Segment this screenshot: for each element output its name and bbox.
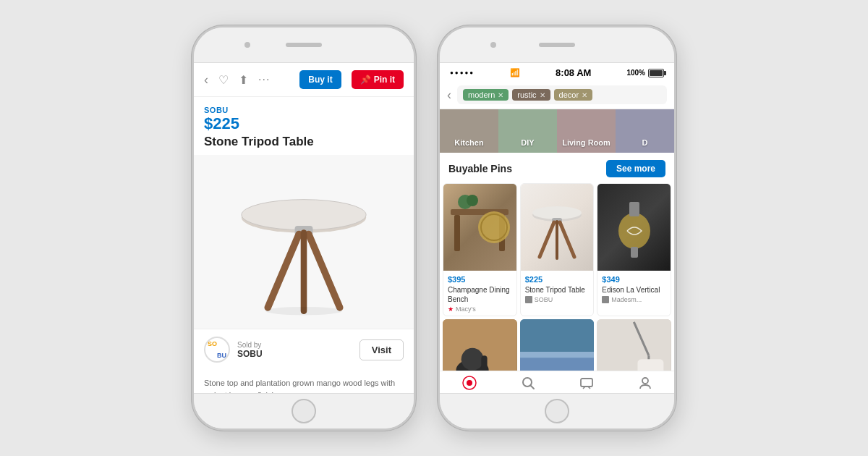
search-back-icon[interactable]: ‹ [447,88,451,103]
seller-name: SOBU [237,349,352,359]
seller-name-2: SOBU [535,296,553,303]
svg-point-10 [478,211,510,243]
pin-name-3: Edison La Vertical [602,285,666,295]
sobu-logo: SO BU [204,337,230,363]
pin-image-2 [521,184,594,271]
room-image-3 [597,319,671,371]
pin-card-3[interactable]: $349 Edison La Vertical ▪ Madesm... [597,183,671,316]
tag-modern[interactable]: modern ✕ [463,89,509,101]
svg-line-4 [309,234,340,307]
pins-grid: $395 Champagne Dining Bench ★ Macy's [440,183,674,319]
status-right: 100% [626,69,664,77]
message-icon [579,376,594,390]
search-tags-container: modern ✕ rustic ✕ decor ✕ [457,85,667,104]
battery-percent: 100% [626,69,645,77]
madesm-icon: ▪ [602,296,609,303]
svg-rect-26 [481,355,487,371]
svg-point-6 [265,307,341,315]
visit-button[interactable]: Visit [359,339,404,360]
back-icon[interactable]: ‹ [204,72,208,88]
category-kitchen[interactable]: Kitchen [440,109,498,153]
svg-rect-21 [629,202,639,216]
tag-rustic[interactable]: rustic ✕ [512,89,550,101]
buyable-pins-header: Buyable Pins See more [440,153,674,183]
search-bar[interactable]: ‹ modern ✕ rustic ✕ decor ✕ [440,81,674,109]
right-screen: ●●●●● 📶 8:08 AM 100% ‹ modern ✕ [440,62,674,394]
svg-point-20 [618,213,650,249]
tag-modern-label: modern [468,90,495,99]
category-living-room[interactable]: Living Room [557,109,616,153]
category-more[interactable]: D [616,109,674,153]
room-image-1 [443,319,517,371]
sobu-so-text: SO [208,340,217,347]
clock: 8:08 AM [556,67,591,78]
seller-text: Sold by SOBU [237,341,352,359]
home-icon [462,376,477,390]
sold-by-label: Sold by [237,341,352,349]
pin-seller-1: ★ Macy's [448,305,512,313]
nav-profile[interactable] [616,376,674,390]
tag-decor[interactable]: decor ✕ [554,89,593,101]
nav-home[interactable] [440,376,498,390]
bottom-image-1[interactable] [443,319,517,371]
sobu-bu-text: BU [217,352,226,359]
svg-rect-29 [520,352,595,358]
svg-point-15 [532,206,582,219]
pin-card-2[interactable]: $225 Stone Tripod Table ▪ SOBU [520,183,595,316]
table-illustration [231,162,376,321]
category-kitchen-label: Kitchen [454,138,483,147]
tag-decor-label: decor [559,90,579,99]
pin-image-3 [597,184,671,271]
category-tabs: Kitchen DIY Living Room D [440,109,674,153]
product-price: $225 [204,114,404,133]
right-bezel-top [440,28,674,62]
tag-modern-close[interactable]: ✕ [498,91,503,99]
seller-name-3: Madesm... [611,296,642,303]
svg-point-39 [642,378,648,384]
right-home-button[interactable] [545,399,569,423]
seller-bar: SO BU Sold by SOBU Visit [194,329,414,370]
bottom-image-3[interactable] [597,319,671,371]
signal-dots: ●●●●● [450,69,475,76]
right-speaker [539,43,575,47]
see-more-button[interactable]: See more [606,160,665,177]
star-icon: ★ [448,305,454,313]
svg-rect-22 [631,247,638,258]
heart-icon[interactable]: ♡ [218,73,229,87]
status-bar: ●●●●● 📶 8:08 AM 100% [440,63,674,81]
tag-rustic-label: rustic [517,90,536,99]
pin-price-3: $349 [602,275,666,284]
pin-icon: 📌 [360,75,371,85]
room-image-2 [520,319,595,371]
battery-fill [650,70,663,76]
bottom-image-2[interactable] [520,319,595,371]
home-button[interactable] [292,399,316,423]
pin-price-2: $225 [525,275,590,284]
pin-button[interactable]: 📌 Pin it [352,70,404,89]
nav-search[interactable] [498,376,557,390]
camera [244,42,250,48]
svg-point-35 [467,380,472,386]
pin-seller-2: ▪ SOBU [525,296,590,303]
pin-card-1[interactable]: $395 Champagne Dining Bench ★ Macy's [443,183,517,316]
more-icon[interactable]: ··· [258,73,270,86]
left-bezel-bottom [194,394,414,428]
category-living-label: Living Room [562,138,610,147]
tag-decor-close[interactable]: ✕ [582,91,587,99]
search-icon [521,376,535,390]
svg-rect-38 [581,379,592,387]
sobu-small-icon: ▪ [525,296,532,303]
bottom-images [440,319,674,371]
right-camera [490,42,496,48]
tag-rustic-close[interactable]: ✕ [540,91,545,99]
nav-messages[interactable] [557,376,616,390]
svg-line-18 [560,222,574,257]
brand-label: SOBU [204,106,404,114]
pin-image-1 [443,184,516,271]
share-icon[interactable]: ⬆ [239,73,248,87]
category-diy[interactable]: DIY [498,109,557,153]
tripod-table-illustration [528,187,586,267]
buy-button[interactable]: Buy it [299,70,341,89]
svg-rect-8 [454,215,460,251]
svg-point-1 [242,200,366,230]
